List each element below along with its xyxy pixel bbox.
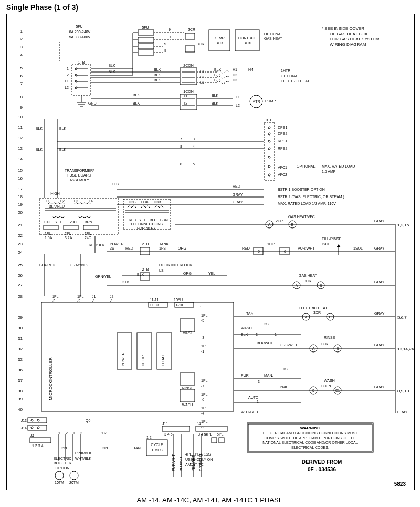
svg-text:J1-10: J1-10 xyxy=(174,303,183,307)
svg-text:5: 5 xyxy=(193,162,195,166)
svg-text:9: 9 xyxy=(164,42,166,46)
svg-text:ORG/WHT: ORG/WHT xyxy=(280,343,298,347)
microcontroller: MICROCONTROLLER 11FU J1-11 J1-10 10FU PO… xyxy=(41,298,234,429)
svg-text:L2: L2 xyxy=(65,86,69,89)
svg-text:PNK: PNK xyxy=(280,385,288,389)
svg-text:3  4  5: 3 4 5 xyxy=(164,432,173,436)
svg-text:1: 1 xyxy=(58,431,60,435)
svg-text:C: C xyxy=(312,389,314,392)
svg-text:H3B: H3B xyxy=(154,200,161,204)
svg-text:-7: -7 xyxy=(201,384,204,388)
page-title: Single Phase (1 of 3) xyxy=(6,3,78,12)
row-refs-right: 1,2,15 5,6,7 13,14,24 8,9,10 xyxy=(397,223,414,394)
svg-text:VFC1: VFC1 xyxy=(278,165,287,169)
svg-text:ELECTRIC HEAT: ELECTRIC HEAT xyxy=(281,79,310,83)
right-notes-a: BSTR 1 BOOSTER-OPTION RED BSTR 2 (GAS, E… xyxy=(117,184,344,205)
svg-text:GND: GND xyxy=(88,101,97,105)
svg-text:7: 7 xyxy=(180,137,182,141)
svg-rect-92 xyxy=(185,33,195,39)
svg-text:10: 10 xyxy=(18,115,23,119)
svg-text:B: B xyxy=(337,347,339,350)
svg-text:FUSE BOARD: FUSE BOARD xyxy=(67,173,91,177)
svg-text:L1: L1 xyxy=(46,199,50,203)
svg-text:YEL: YEL xyxy=(55,220,62,224)
svg-text:5FU: 5FU xyxy=(76,25,82,28)
1tb-block: 1TB 1 2 L1 L2 GND xyxy=(65,60,96,107)
svg-text:10TM: 10TM xyxy=(55,481,64,484)
svg-text:1: 1 xyxy=(67,67,69,70)
svg-text:7: 7 xyxy=(20,81,23,86)
svg-text:NATIONAL ELECTRICAL CODE AND/O: NATIONAL ELECTRICAL CODE AND/OR OTHER LO… xyxy=(262,441,358,444)
bottom-left-connectors: J13 J14 J3 1 2 3 4 Q6 1 2 1 2 1 2 2PL 2P… xyxy=(21,418,109,484)
svg-text:10FU: 10FU xyxy=(174,298,183,302)
svg-text:BLU: BLU xyxy=(150,218,157,222)
svg-text:H2B: H2B xyxy=(129,200,136,204)
svg-text:GRAY: GRAY xyxy=(374,219,385,223)
svg-text:4PL,1PL & 1SS: 4PL,1PL & 1SS xyxy=(185,452,211,456)
svg-text:J14: J14 xyxy=(21,426,27,430)
svg-text:6: 6 xyxy=(20,74,23,78)
svg-text:RED: RED xyxy=(129,218,136,222)
svg-rect-299 xyxy=(180,319,195,332)
svg-text:1PL: 1PL xyxy=(201,379,208,382)
svg-rect-69 xyxy=(138,30,154,35)
row23-25: 3S POWER RED 2TB TANK 1FS ORG RED 5 1CR … xyxy=(107,237,395,255)
svg-text:17: 17 xyxy=(18,187,23,191)
svg-text:GAS HEAT: GAS HEAT xyxy=(299,274,318,277)
svg-text:1 2: 1 2 xyxy=(101,431,107,435)
svg-text:12: 12 xyxy=(18,136,23,140)
svg-text:DOOR: DOOR xyxy=(141,355,145,366)
svg-text:RED: RED xyxy=(125,246,133,250)
electric-heat: 2CON L1 L2 L3 BLK BLK BLK BLK BLK BLK H1… xyxy=(91,64,310,85)
svg-text:11: 11 xyxy=(18,125,23,130)
svg-text:8: 8 xyxy=(180,162,182,166)
svg-text:J3: J3 xyxy=(30,433,34,437)
svg-text:10C: 10C xyxy=(44,220,50,224)
svg-point-155 xyxy=(268,133,270,135)
svg-text:J1: J1 xyxy=(198,305,202,309)
svg-text:J1: J1 xyxy=(92,295,96,298)
schematic-frame: 1 2 3 4 5 6 7 8 9 10 11 12 13 14 15 16 1… xyxy=(6,14,415,490)
svg-text:20: 20 xyxy=(18,210,23,215)
svg-text:YEL: YEL xyxy=(208,272,215,275)
svg-rect-104 xyxy=(180,68,197,85)
svg-text:PUR/WHT: PUR/WHT xyxy=(298,246,315,250)
svg-point-392 xyxy=(55,471,64,480)
svg-text:T1: T1 xyxy=(183,94,187,98)
svg-text:BLK: BLK xyxy=(133,93,140,97)
svg-text:OF GAS HEAT BOX: OF GAS HEAT BOX xyxy=(330,32,368,36)
svg-text:26: 26 xyxy=(18,273,23,278)
svg-text:.8A 200-240V: .8A 200-240V xyxy=(68,30,91,34)
svg-rect-204 xyxy=(64,225,78,230)
svg-text:L1: L1 xyxy=(236,95,240,99)
svg-text:BLK: BLK xyxy=(154,78,161,82)
svg-text:8: 8 xyxy=(20,95,23,99)
svg-rect-303 xyxy=(180,389,195,402)
svg-rect-94 xyxy=(185,46,195,52)
svg-rect-404 xyxy=(196,426,227,431)
secondary-xfmr: H2B H3A H3B RED YEL BLU BRN 1T CONNECTIO… xyxy=(123,199,171,230)
svg-text:WARNING: WARNING xyxy=(300,426,321,430)
svg-text:CONTROL: CONTROL xyxy=(238,36,256,40)
power-specs: 5FU .8A 200-240V .5A 380-480V xyxy=(68,25,91,39)
svg-point-371 xyxy=(37,427,39,429)
svg-rect-417 xyxy=(212,438,217,443)
svg-text:2PL: 2PL xyxy=(61,446,68,450)
svg-text:1.5 AMP: 1.5 AMP xyxy=(322,170,336,173)
svg-text:A: A xyxy=(312,347,315,350)
row36: PUR MAN. 3 1S xyxy=(234,367,301,384)
svg-text:Q6: Q6 xyxy=(86,419,90,423)
svg-text:BLK: BLK xyxy=(154,68,161,71)
svg-text:L3: L3 xyxy=(74,199,78,203)
svg-text:20C: 20C xyxy=(70,220,77,224)
svg-rect-71 xyxy=(138,44,154,49)
svg-text:B: B xyxy=(291,223,294,226)
svg-text:4: 4 xyxy=(20,53,23,57)
svg-text:3: 3 xyxy=(258,380,260,384)
svg-rect-402 xyxy=(162,426,190,431)
svg-text:POWER: POWER xyxy=(121,353,125,366)
svg-text:J1-11: J1-11 xyxy=(150,298,159,302)
svg-text:11FU: 11FU xyxy=(150,303,159,307)
svg-text:RED/BLK: RED/BLK xyxy=(89,243,104,247)
svg-text:COMPLY WITH THE APPLICABLE POR: COMPLY WITH THE APPLICABLE PORTIONS OF T… xyxy=(265,436,356,440)
